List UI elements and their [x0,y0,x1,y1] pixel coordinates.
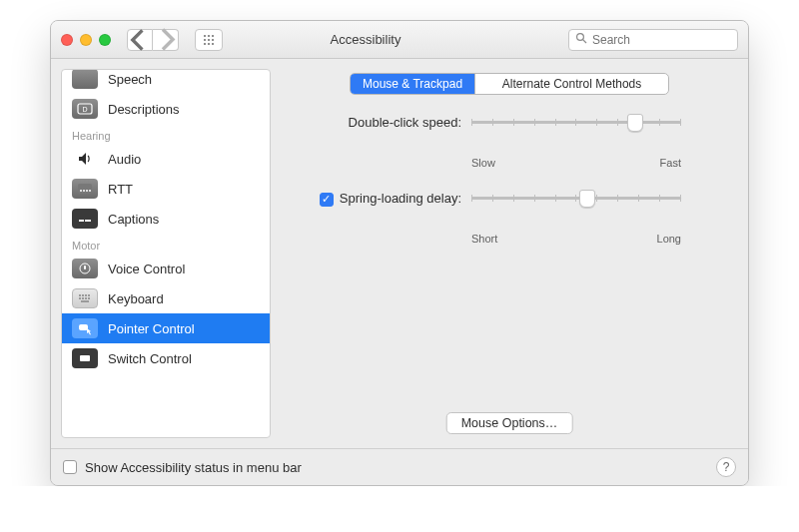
sidebar-item-descriptions[interactable]: D Descriptions [62,94,270,124]
svg-point-14 [80,190,82,192]
slider-thumb[interactable] [579,190,595,208]
svg-rect-32 [80,355,90,361]
titlebar: Accessibility [51,21,748,59]
rtt-icon [72,179,98,199]
sidebar-item-captions[interactable]: Captions [62,204,270,234]
sidebar-section-hearing: Hearing [62,124,270,144]
sidebar-item-rtt[interactable]: RTT [62,174,270,204]
spring-loading-min: Short [471,233,497,245]
svg-rect-29 [88,297,90,299]
sidebar-item-speech[interactable]: Speech [62,69,270,94]
double-click-label: Double-click speed: [287,115,461,130]
svg-text:D: D [82,106,87,113]
sidebar-item-pointer-control[interactable]: Pointer Control [62,313,270,343]
svg-rect-26 [79,297,81,299]
chevron-left-icon [128,28,152,52]
search-icon [575,32,587,47]
svg-rect-22 [79,294,81,296]
sidebar-item-keyboard[interactable]: Keyboard [62,283,270,313]
search-field[interactable] [568,29,738,51]
double-click-slider[interactable] [471,115,681,143]
svg-point-16 [86,190,88,192]
nav-back-forward [127,29,179,51]
voice-control-icon [72,259,98,278]
sidebar-item-voice-control[interactable]: Voice Control [62,254,270,283]
sidebar-item-label: Descriptions [108,102,180,117]
sidebar-item-label: Captions [108,212,159,227]
tab-bar: Mouse & Trackpad Alternate Control Metho… [350,73,669,95]
sidebar-item-label: Audio [108,152,141,167]
slider-thumb[interactable] [627,114,643,132]
spring-loading-max: Long [657,233,681,245]
show-status-label: Show Accessibility status in menu bar [85,460,302,475]
speech-icon [72,69,98,89]
sidebar-section-motor: Motor [62,234,270,254]
svg-point-9 [577,34,584,41]
svg-rect-13 [78,184,92,194]
mouse-options-button[interactable]: Mouse Options… [446,412,573,434]
sidebar-item-label: Switch Control [108,351,192,366]
svg-line-10 [583,40,586,43]
descriptions-icon: D [72,99,98,119]
spring-loading-checkbox[interactable] [320,193,334,207]
svg-rect-23 [82,294,84,296]
traffic-lights [61,34,111,46]
show-status-checkbox[interactable] [63,460,77,474]
tab-mouse-trackpad[interactable]: Mouse & Trackpad [351,74,474,94]
close-window-button[interactable] [61,34,73,46]
svg-point-17 [89,190,91,192]
svg-rect-19 [85,220,91,222]
svg-rect-21 [84,266,86,269]
minimize-window-button[interactable] [80,34,92,46]
svg-rect-30 [81,300,89,302]
zoom-window-button[interactable] [99,34,111,46]
keyboard-icon [72,288,98,308]
sidebar-item-label: Speech [108,72,152,87]
sidebar-item-label: Pointer Control [108,321,195,336]
sidebar-item-label: RTT [108,182,133,197]
svg-rect-27 [82,297,84,299]
switch-icon [72,348,98,368]
spring-loading-label: Spring-loading delay: [340,191,461,206]
main-panel: Mouse & Trackpad Alternate Control Metho… [271,59,748,448]
sidebar-item-switch-control[interactable]: Switch Control [62,343,270,373]
svg-rect-25 [88,294,90,296]
svg-rect-24 [85,294,87,296]
double-click-min: Slow [471,157,495,169]
double-click-max: Fast [660,157,681,169]
sidebar-item-label: Voice Control [108,262,185,276]
svg-rect-31 [79,324,88,330]
tab-alternate-methods[interactable]: Alternate Control Methods [474,74,668,94]
help-button[interactable]: ? [716,457,736,477]
window-title: Accessibility [173,32,558,47]
search-input[interactable] [592,33,742,47]
speaker-icon [72,149,98,169]
sidebar-item-label: Keyboard [108,291,164,306]
svg-rect-18 [79,220,84,222]
footer: Show Accessibility status in menu bar ? [51,448,748,485]
back-button[interactable] [127,29,153,51]
captions-icon [72,209,98,229]
prefs-window: Accessibility Speech D Descriptions Hear… [50,20,749,486]
pointer-icon [72,318,98,338]
svg-rect-28 [85,297,87,299]
spring-loading-slider[interactable] [471,191,681,219]
sidebar-item-audio[interactable]: Audio [62,144,270,174]
sidebar[interactable]: Speech D Descriptions Hearing Audio RTT [61,69,271,438]
row-spring-loading: Spring-loading delay: Short Long [287,191,732,245]
window-body: Speech D Descriptions Hearing Audio RTT [51,59,748,448]
svg-point-15 [83,190,85,192]
row-double-click: Double-click speed: Slow Fast [287,115,732,169]
